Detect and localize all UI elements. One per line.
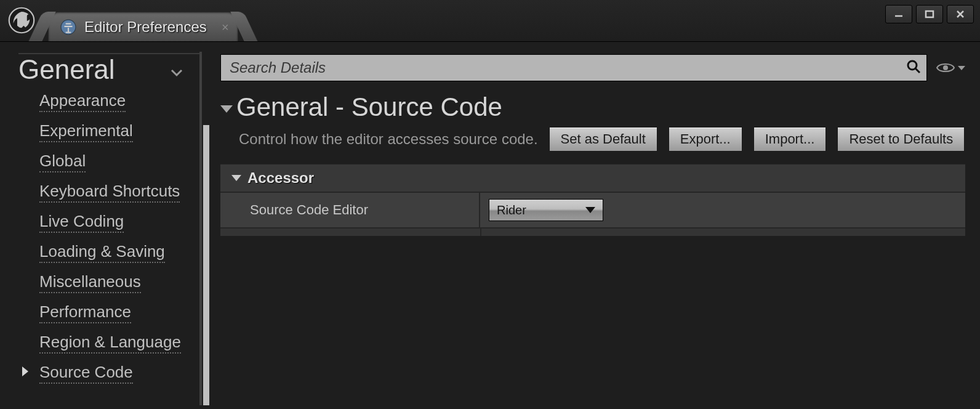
source-code-editor-dropdown[interactable]: Rider bbox=[489, 199, 603, 221]
sidebar-list: Appearance Experimental Global Keyboard … bbox=[18, 91, 202, 382]
sidebar-item-label: Live Coding bbox=[39, 212, 124, 233]
svg-line-9 bbox=[915, 68, 920, 73]
dropdown-selected-value: Rider bbox=[497, 203, 526, 217]
eye-icon bbox=[936, 61, 955, 75]
section-title: Accessor bbox=[247, 169, 314, 187]
reset-to-defaults-button[interactable]: Reset to Defaults bbox=[837, 127, 965, 152]
close-button[interactable] bbox=[947, 5, 974, 23]
sidebar-item-performance[interactable]: Performance bbox=[39, 302, 202, 322]
sidebar-item-label: Keyboard Shortcuts bbox=[39, 182, 180, 203]
sidebar-item-label: Source Code bbox=[39, 363, 133, 384]
property-row-source-code-editor: Source Code Editor Rider bbox=[220, 192, 965, 227]
svg-point-10 bbox=[943, 65, 948, 70]
sidebar-item-label: Region & Language bbox=[39, 333, 181, 354]
sidebar-item-region-language[interactable]: Region & Language bbox=[39, 333, 202, 352]
maximize-button[interactable] bbox=[916, 5, 943, 23]
sidebar-item-appearance[interactable]: Appearance bbox=[39, 91, 202, 110]
content-panel: General - Source Code Control how the ed… bbox=[202, 42, 980, 409]
set-as-default-button[interactable]: Set as Default bbox=[549, 127, 657, 152]
svg-rect-2 bbox=[68, 28, 69, 33]
sidebar-item-source-code[interactable]: Source Code bbox=[39, 363, 202, 382]
sidebar-heading-label: General bbox=[18, 54, 115, 85]
import-button[interactable]: Import... bbox=[753, 127, 827, 152]
visibility-toggle[interactable] bbox=[936, 61, 965, 75]
sidebar-item-keyboard-shortcuts[interactable]: Keyboard Shortcuts bbox=[39, 182, 202, 201]
title-bar: Editor Preferences × bbox=[0, 0, 980, 42]
sidebar-item-label: Experimental bbox=[39, 121, 133, 142]
main-area: General Appearance Experimental Global K… bbox=[0, 42, 980, 409]
collapse-triangle-icon bbox=[231, 175, 241, 181]
section-footer bbox=[220, 227, 965, 236]
export-button[interactable]: Export... bbox=[669, 127, 742, 152]
chevron-down-icon bbox=[958, 66, 965, 70]
page-title-row[interactable]: General - Source Code bbox=[220, 92, 965, 122]
window-controls bbox=[885, 5, 974, 23]
sidebar-item-label: Appearance bbox=[39, 91, 126, 112]
search-wrap bbox=[220, 54, 927, 81]
collapse-triangle-icon bbox=[220, 105, 233, 113]
svg-rect-5 bbox=[926, 11, 933, 17]
section-header[interactable]: Accessor bbox=[220, 164, 965, 192]
minimize-button[interactable] bbox=[885, 5, 912, 23]
tab-editor-preferences[interactable]: Editor Preferences × bbox=[48, 12, 238, 41]
svg-rect-3 bbox=[66, 31, 71, 33]
sidebar-section-heading[interactable]: General bbox=[18, 53, 202, 85]
sidebar-item-label: Miscellaneous bbox=[39, 272, 141, 293]
preferences-tab-icon bbox=[60, 18, 77, 36]
search-input[interactable] bbox=[220, 54, 927, 81]
sidebar-item-experimental[interactable]: Experimental bbox=[39, 121, 202, 140]
tab-title: Editor Preferences bbox=[84, 18, 207, 36]
section-accessor: Accessor Source Code Editor Rider bbox=[220, 164, 965, 236]
sidebar-item-label: Loading & Saving bbox=[39, 242, 165, 263]
chevron-down-icon bbox=[170, 67, 183, 79]
sidebar-item-miscellaneous[interactable]: Miscellaneous bbox=[39, 272, 202, 291]
property-label: Source Code Editor bbox=[220, 193, 480, 227]
sidebar-item-label: Performance bbox=[39, 302, 131, 323]
search-icon bbox=[906, 59, 921, 76]
sidebar: General Appearance Experimental Global K… bbox=[0, 42, 202, 409]
column-divider bbox=[480, 229, 481, 236]
chevron-down-icon bbox=[585, 207, 595, 213]
sidebar-item-loading-saving[interactable]: Loading & Saving bbox=[39, 242, 202, 261]
svg-point-8 bbox=[908, 61, 917, 70]
sidebar-item-global[interactable]: Global bbox=[39, 152, 202, 171]
sidebar-item-live-coding[interactable]: Live Coding bbox=[39, 212, 202, 231]
page-title: General - Source Code bbox=[236, 92, 502, 122]
page-description: Control how the editor accesses source c… bbox=[239, 131, 538, 148]
selection-marker-icon bbox=[22, 366, 28, 376]
tab-close-icon[interactable]: × bbox=[222, 20, 229, 34]
sidebar-item-label: Global bbox=[39, 152, 86, 172]
